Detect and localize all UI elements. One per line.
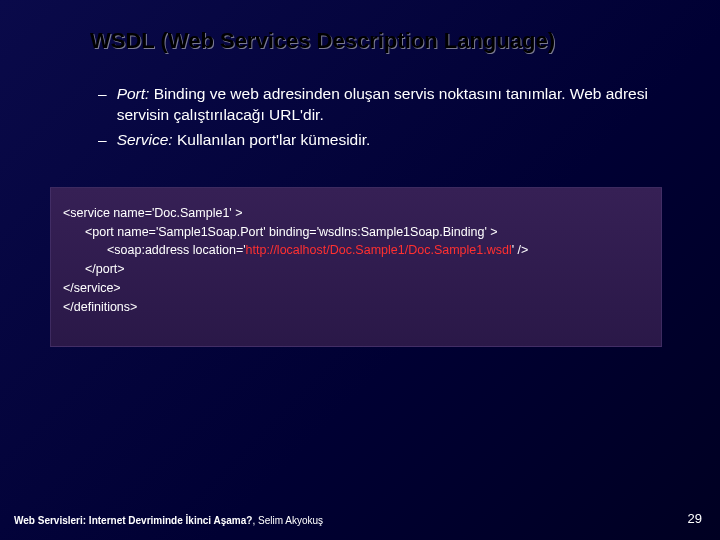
code-block: <service name='Doc.Sample1' > <port name… bbox=[50, 187, 662, 348]
slide: WSDL (Web Services Description Language)… bbox=[0, 0, 720, 540]
bullet-text: Service: Kullanılan port'lar kümesidir. bbox=[117, 130, 662, 151]
bullet-term: Service: bbox=[117, 131, 173, 148]
code-line: <soap:address location='http://localhost… bbox=[63, 241, 649, 260]
bullet-term: Port: bbox=[117, 85, 150, 102]
page-number: 29 bbox=[688, 511, 702, 526]
code-url: http://localhost/Doc.Sample1/Doc.Sample1… bbox=[246, 243, 512, 257]
bullet-body: Binding ve web adresinden oluşan servis … bbox=[117, 85, 648, 123]
bullet-item: – Service: Kullanılan port'lar kümesidir… bbox=[98, 130, 662, 151]
code-line: </definitions> bbox=[63, 298, 649, 317]
code-token: ' /> bbox=[512, 243, 529, 257]
code-token: <soap:address location=' bbox=[107, 243, 246, 257]
bullet-body: Kullanılan port'lar kümesidir. bbox=[173, 131, 371, 148]
footer: Web Servisleri: Internet Devriminde İkin… bbox=[14, 515, 323, 526]
dash-icon: – bbox=[98, 130, 107, 151]
code-line: </service> bbox=[63, 279, 649, 298]
footer-title: Web Servisleri: Internet Devriminde İkin… bbox=[14, 515, 252, 526]
slide-title: WSDL (Web Services Description Language) bbox=[90, 28, 672, 54]
code-line: </port> bbox=[63, 260, 649, 279]
bullet-list: – Port: Binding ve web adresinden oluşan… bbox=[98, 84, 662, 151]
code-line: <service name='Doc.Sample1' > bbox=[63, 204, 649, 223]
bullet-text: Port: Binding ve web adresinden oluşan s… bbox=[117, 84, 662, 126]
footer-author: , Selim Akyokuş bbox=[252, 515, 323, 526]
code-line: <port name='Sample1Soap.Port' binding='w… bbox=[63, 223, 649, 242]
bullet-item: – Port: Binding ve web adresinden oluşan… bbox=[98, 84, 662, 126]
dash-icon: – bbox=[98, 84, 107, 126]
